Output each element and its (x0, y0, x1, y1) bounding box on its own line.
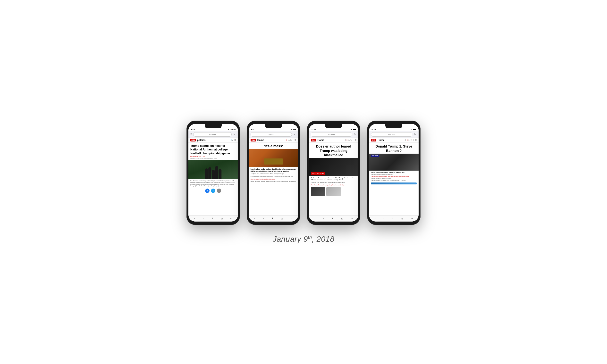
tabs-button-1[interactable]: ⧉ (230, 217, 232, 220)
search-icon-1[interactable]: 🔍 (231, 139, 233, 141)
p3-thumbnail-2 (326, 187, 341, 196)
meeting-table (264, 158, 283, 165)
p3-subtext: Fusion co-founder says the man behind Tr… (309, 176, 358, 182)
silhouette-3 (212, 170, 215, 179)
forward-button-4[interactable]: › (383, 217, 384, 220)
p4-link-red[interactable]: Bannon expresses regret over response to… (369, 176, 419, 178)
url-bar-1[interactable]: cnn.com (193, 132, 232, 137)
date-superscript: th (308, 235, 312, 240)
bookmarks-button-3[interactable]: ⊡ (341, 217, 343, 220)
menu-icon-1[interactable]: ☰ (190, 133, 192, 136)
hamburger-nav-icon-3[interactable]: ☰ (355, 139, 356, 141)
silhouette-2 (208, 167, 211, 179)
cnn-section-1[interactable]: politics (197, 139, 229, 142)
bookmarks-button-1[interactable]: ⊡ (221, 217, 223, 220)
close-icon-1[interactable]: ✕ (233, 133, 236, 136)
url-bar-2[interactable]: cnn.com (251, 132, 292, 137)
live-tv-label-4: live TV (408, 139, 412, 141)
tabs-button-2[interactable]: ⧉ (291, 217, 292, 220)
p1-social-bar: f t ••• (188, 188, 238, 194)
phone-4: 8:39 ▲ ■■■ cnn.com ↻ CNN Home live TV ☰ (367, 121, 421, 225)
p3-headline[interactable]: Dossier author feared Trump was being bl… (309, 143, 358, 158)
p4-blue-bar (371, 182, 417, 184)
p3-thumbnails (309, 186, 358, 197)
p4-link-1[interactable]: Bannon steps down from Breitbart (369, 174, 419, 176)
screen-content-4: Donald Trump 1, Steve Bannon 0 ANALYSIS … (369, 143, 419, 216)
p4-link-4[interactable]: Bannon group shopped anti-Trump document… (369, 180, 419, 182)
share-button-3[interactable]: ⬆ (332, 217, 334, 220)
live-dot-4 (407, 140, 408, 141)
p2-subhead[interactable]: Immigration and a budget deadline threat… (249, 167, 298, 173)
p4-link-3[interactable]: Steve Bannon's ups and downs › (369, 178, 419, 180)
more-share-button[interactable]: ••• (217, 189, 221, 193)
cnn-logo-3: CNN (311, 139, 316, 142)
tabs-button-4[interactable]: ⧉ (411, 217, 413, 220)
live-tv-badge-2[interactable]: live TV (285, 139, 293, 141)
url-bar-4[interactable]: cnn.com (371, 132, 412, 137)
twitter-share-button[interactable]: t (211, 189, 215, 193)
live-tv-label-3: live TV (348, 139, 352, 141)
facebook-share-button[interactable]: f (205, 189, 210, 193)
p4-article-image: ANALYSIS (369, 154, 419, 171)
reload-icon-3[interactable]: ↻ (353, 133, 356, 136)
signal-icon-2: ▲ ■■■ (290, 129, 296, 130)
browser-bar-4: cnn.com ↻ (369, 131, 419, 138)
cnn-nav-4: CNN Home live TV ☰ (369, 138, 419, 143)
hamburger-nav-icon-1[interactable]: ☰ (234, 139, 236, 141)
p1-caption: U.S. President Donald Trump on field dur… (188, 179, 238, 188)
bottom-bar-4: ‹ › ⬆ ⊡ ⧉ (369, 216, 419, 221)
bookmarks-button-4[interactable]: ⊡ (401, 217, 403, 220)
phone-screen-1: 12:37 ▲ LTE ■■ ☰ cnn.com ✕ CNN politics … (188, 124, 238, 221)
back-button-4[interactable]: ‹ (375, 217, 376, 220)
screen-content-1: Trump stands on field for National Anthe… (188, 143, 238, 216)
share-button-2[interactable]: ⬆ (271, 217, 273, 220)
date-year: , 2018 (312, 235, 334, 243)
cnn-nav-icons-1: 🔍 ☰ (231, 139, 236, 141)
share-button-4[interactable]: ⬆ (392, 217, 394, 220)
phone-screen-3: 3:29 ▲ ■■■ cnn.com ↻ CNN Home live TV ☰ (309, 124, 358, 221)
phones-container: 12:37 ▲ LTE ■■ ☰ cnn.com ✕ CNN politics … (186, 121, 421, 225)
browser-bar-3: cnn.com ↻ (309, 131, 358, 138)
p3-thumbnail-1 (311, 187, 325, 196)
breaking-news-badge: BREAKING NEWS (311, 172, 325, 175)
silhouette-1 (205, 169, 208, 179)
reload-icon-4[interactable]: ↻ (413, 133, 417, 136)
phone-screen-2: 6:07 ▲ ■■■ cnn.com ✕ CNN Home live TV ☰ (249, 124, 298, 221)
phone-notch-4 (385, 124, 402, 128)
live-tv-badge-4[interactable]: live TV (406, 139, 413, 141)
p4-subtext: The President made him. Today, he unmade… (369, 171, 419, 174)
cnn-section-4[interactable]: Home (378, 139, 404, 142)
share-button-1[interactable]: ⬆ (211, 217, 213, 220)
back-button-1[interactable]: ‹ (194, 217, 195, 220)
forward-button-3[interactable]: › (323, 217, 324, 220)
cnn-nav-1: CNN politics 🔍 ☰ (188, 138, 238, 143)
cnn-section-3[interactable]: Home (317, 139, 344, 142)
hamburger-nav-icon-2[interactable]: ☰ (294, 139, 296, 141)
bookmarks-button-2[interactable]: ⊡ (281, 217, 283, 220)
url-bar-3[interactable]: cnn.com (311, 132, 352, 137)
p1-headline[interactable]: Trump stands on field for National Anthe… (188, 143, 238, 156)
back-button-2[interactable]: ‹ (254, 217, 255, 220)
close-icon-2[interactable]: ✕ (293, 133, 296, 136)
status-time-2: 6:07 (251, 128, 255, 131)
back-button-3[interactable]: ‹ (315, 217, 315, 220)
live-tv-badge-3[interactable]: live TV (345, 139, 353, 141)
phone-screen-4: 8:39 ▲ ■■■ cnn.com ↻ CNN Home live TV ☰ (369, 124, 419, 221)
tabs-button-3[interactable]: ⧉ (351, 217, 353, 220)
forward-button-2[interactable]: › (263, 217, 264, 220)
p4-headline[interactable]: Donald Trump 1, Steve Bannon 0 (369, 143, 419, 154)
phone-1: 12:37 ▲ LTE ■■ ☰ cnn.com ✕ CNN politics … (186, 121, 240, 225)
phone-notch-3 (325, 124, 342, 128)
silhouette-4 (215, 166, 218, 179)
hamburger-nav-icon-4[interactable]: ☰ (415, 139, 417, 141)
date-text: January 9 (273, 235, 308, 243)
cnn-section-2[interactable]: Home (257, 139, 284, 142)
p2-headline[interactable]: 'It's a mess' (249, 143, 298, 149)
signal-icon-4: ▲ ■■■ (411, 129, 416, 130)
phone-notch-1 (205, 124, 222, 128)
p3-link-1[interactable]: The Trump-Russia Investigation, from the… (309, 184, 358, 186)
p1-date: Updated 10:18 PM ET, Mon January 8, 2018 (188, 157, 238, 160)
p3-article-image: BREAKING NEWS (309, 158, 358, 176)
p2-link-1[interactable]: See the eight border wall prototypes › (249, 178, 298, 181)
forward-button-1[interactable]: › (203, 217, 203, 220)
